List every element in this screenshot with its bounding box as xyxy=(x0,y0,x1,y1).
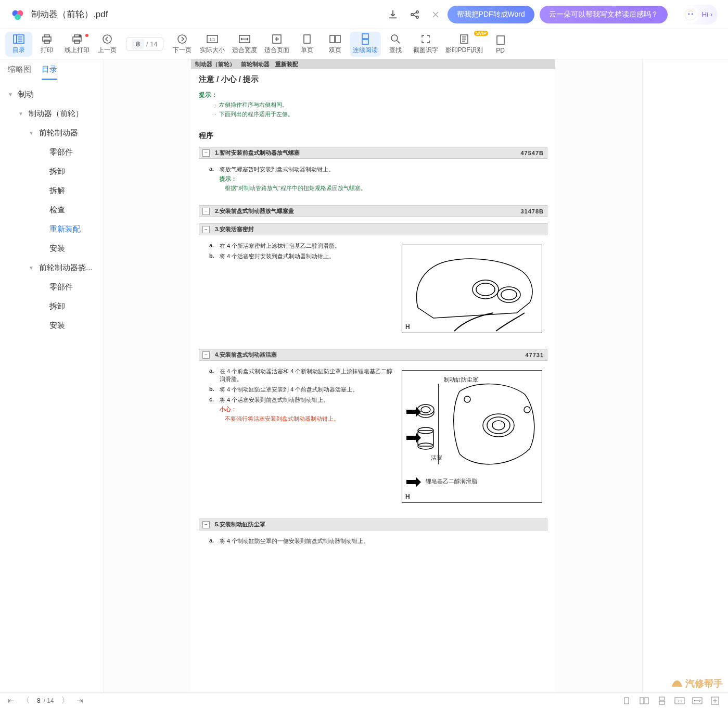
prev-page-icon[interactable]: 〈 xyxy=(22,696,30,705)
tab-thumbnail[interactable]: 缩略图 xyxy=(8,65,31,80)
print-button-icon xyxy=(41,33,53,45)
first-page-icon[interactable]: ⇤ xyxy=(8,696,15,705)
collapse-icon[interactable]: − xyxy=(202,149,210,157)
prev-page-button[interactable]: 上一页 xyxy=(94,32,121,57)
sub-step: a.将 4 个制动缸防尘罩的一侧安装到前盘式制动器制动钳上。 xyxy=(209,537,542,545)
close-icon[interactable] xyxy=(431,10,440,19)
ai-summary-button[interactable]: 云一朵可以帮我写文档读后感吗？ xyxy=(540,6,668,23)
chevron-down-icon: ▼ xyxy=(29,130,35,136)
svg-text:1:1: 1:1 xyxy=(677,699,682,703)
toc-button-icon xyxy=(13,33,24,45)
step-code: 47547B xyxy=(520,150,544,156)
svg-point-46 xyxy=(464,396,470,402)
fit-page-button-icon xyxy=(271,33,283,45)
content-viewport[interactable]: 制动器（前轮） 前轮制动器 重新装配 注意 / 小心 / 提示 提示： 左侧操作… xyxy=(104,59,642,692)
sub-step: a.将放气螺塞暂时安装到盘式制动器制动钳上。提示：根据"对制动管路放气"程序中的… xyxy=(209,166,542,192)
find-button-icon xyxy=(390,33,401,45)
convert-pdf-button[interactable]: 帮我把PDF转成Word xyxy=(448,6,534,23)
toc-item[interactable]: ▼制动 xyxy=(3,85,101,104)
last-page-icon[interactable]: ⇥ xyxy=(76,696,83,705)
step-header: −2.安装前盘式制动器放气螺塞盖31478B xyxy=(199,205,547,217)
continuous-read-button[interactable]: 连续阅读 xyxy=(350,32,381,57)
fit-page-button[interactable]: 适合页面 xyxy=(261,32,292,57)
toc-item[interactable]: 安装 xyxy=(3,239,101,258)
print-button[interactable]: 打印 xyxy=(33,32,60,57)
svg-rect-52 xyxy=(659,701,665,704)
fit-width-button[interactable]: 适合宽度 xyxy=(229,32,260,57)
step-body: a.将放气螺塞暂时安装到盘式制动器制动钳上。提示：根据"对制动管路放气"程序中的… xyxy=(199,159,547,199)
pdf-page: 制动器（前轮） 前轮制动器 重新装配 注意 / 小心 / 提示 提示： 左侧操作… xyxy=(191,59,555,692)
collapse-icon[interactable]: − xyxy=(202,521,210,528)
svg-rect-26 xyxy=(336,35,340,43)
collapse-icon[interactable]: − xyxy=(202,208,210,215)
svg-rect-27 xyxy=(362,34,368,39)
svg-rect-49 xyxy=(640,698,644,704)
pdf-tool-button-icon xyxy=(495,34,506,46)
toc-item[interactable]: 检查 xyxy=(3,200,101,220)
next-page-button[interactable]: 下一页 xyxy=(169,32,196,57)
chevron-down-icon: ▼ xyxy=(8,92,14,97)
dual-page-button[interactable]: 双页 xyxy=(322,32,349,57)
svg-text:1:1: 1:1 xyxy=(209,37,215,42)
toc-item[interactable]: 安装 xyxy=(3,316,101,335)
page-total-label: / 14 xyxy=(146,40,158,48)
right-panel xyxy=(642,59,728,692)
scan-pdf-recognize-button[interactable]: 影印PDF识别SVIP xyxy=(442,32,486,57)
dual-page-button-icon xyxy=(329,33,341,45)
top-bar: 制动器（前轮）.pdf 帮我把PDF转成Word 云一朵可以帮我写文档读后感吗？… xyxy=(0,0,728,29)
hi-label: Hi › xyxy=(702,10,712,18)
toc-item[interactable]: ▼制动器（前轮） xyxy=(3,104,101,123)
avatar-icon xyxy=(682,6,699,23)
single-page-button[interactable]: 单页 xyxy=(293,32,321,57)
svg-point-33 xyxy=(476,283,495,296)
actual-size-button[interactable]: 1:1实际大小 xyxy=(197,32,228,57)
view-1to1-icon[interactable]: 1:1 xyxy=(674,697,685,705)
sub-step: c.将 4 个活塞安装到前盘式制动器制动钳上。小心：不要强行将活塞安装到盘式制动… xyxy=(209,396,394,423)
collapse-icon[interactable]: − xyxy=(202,226,210,233)
toc-item[interactable]: 零部件 xyxy=(3,277,101,297)
footer-page-current: 8 xyxy=(37,697,41,704)
next-page-icon[interactable]: 〉 xyxy=(61,696,69,705)
screenshot-ocr-button[interactable]: 截图识字 xyxy=(410,32,441,57)
toc-item[interactable]: 拆卸 xyxy=(3,297,101,316)
toolbar: 目录打印线上打印上一页/ 14下一页1:1实际大小适合宽度适合页面单页双页连续阅… xyxy=(0,29,728,59)
svg-rect-13 xyxy=(44,40,49,43)
find-button[interactable]: 查找 xyxy=(382,32,409,57)
view-fit-width-icon[interactable] xyxy=(692,697,703,705)
svg-point-8 xyxy=(691,13,693,15)
hint-text: 左侧操作程序与右侧相同。 xyxy=(214,101,547,109)
toc-item[interactable]: 零部件 xyxy=(3,143,101,162)
page-number-input[interactable] xyxy=(132,39,144,49)
toc-item[interactable]: 拆解 xyxy=(3,181,101,200)
figure-piston-install: 制动缸防尘罩 活塞 锂皂基乙二醇润滑脂 H xyxy=(402,370,542,503)
sub-step: b.将 4 个活塞密封安装到盘式制动器制动钳上。 xyxy=(209,252,394,260)
download-icon[interactable] xyxy=(387,8,399,21)
svg-point-45 xyxy=(492,421,505,430)
toc-item[interactable]: ▼前轮制动器 xyxy=(3,123,101,143)
online-print-button[interactable]: 线上打印 xyxy=(61,32,93,57)
toc-item[interactable]: 拆卸 xyxy=(3,162,101,181)
toc-tree: ▼制动▼制动器（前轮）▼前轮制动器零部件拆卸拆解检查重新装配安装▼前轮制动器挠.… xyxy=(0,80,104,340)
svg-rect-9 xyxy=(14,35,17,43)
toc-item[interactable]: ▼前轮制动器挠... xyxy=(3,258,101,277)
fit-width-button-icon xyxy=(239,33,250,45)
pdf-tool-button[interactable]: PD xyxy=(487,32,514,57)
footer-bar: ⇤ 〈 8 / 14 〉 ⇥ 1:1 xyxy=(0,692,728,708)
toc-button[interactable]: 目录 xyxy=(5,32,32,57)
toc-item[interactable]: 重新装配 xyxy=(3,220,101,239)
single-page-button-icon xyxy=(301,33,313,45)
svg-rect-50 xyxy=(645,698,648,704)
assistant-avatar[interactable]: Hi › xyxy=(681,5,718,24)
view-fit-page-icon[interactable] xyxy=(710,697,720,705)
watermark: 汽修帮手 xyxy=(671,677,723,690)
svg-rect-16 xyxy=(74,40,80,43)
view-continuous-icon[interactable] xyxy=(657,697,667,705)
tab-toc[interactable]: 目录 xyxy=(42,65,57,80)
app-logo xyxy=(10,7,25,22)
view-dual-icon[interactable] xyxy=(639,697,649,705)
step-header: −3.安装活塞密封 xyxy=(199,223,547,235)
share-icon[interactable] xyxy=(408,8,421,21)
svg-rect-28 xyxy=(362,40,368,44)
view-single-icon[interactable] xyxy=(621,697,632,705)
collapse-icon[interactable]: − xyxy=(202,351,210,359)
